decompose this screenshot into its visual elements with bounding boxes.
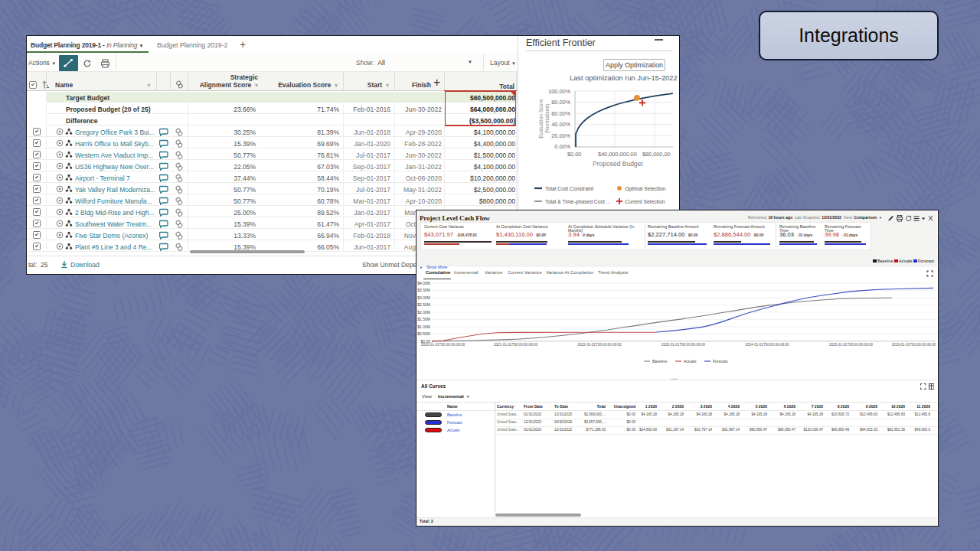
svg-text:Baseline: Baseline (652, 359, 667, 364)
svg-text:$0.00: $0.00 (567, 151, 581, 158)
svg-text:2026-01-01T00:00:00-08:00: 2026-01-01T00:00:00-08:00 (892, 343, 936, 347)
svg-text:2021-01-01T00:00:00-08:00: 2021-01-01T00:00:00-08:00 (494, 343, 538, 347)
svg-text:Total Cost Constraint: Total Cost Constraint (545, 186, 593, 191)
svg-text:$0.50M: $0.50M (417, 331, 430, 336)
svg-text:$3.50M: $3.50M (417, 288, 430, 292)
svg-text:$1.50M: $1.50M (417, 317, 430, 321)
svg-text:$4.00M: $4.00M (417, 281, 430, 285)
svg-text:80.00%: 80.00% (551, 99, 570, 106)
svg-text:60.00%: 60.00% (551, 110, 570, 117)
svg-text:Total & Time-phased Cost ...: Total & Time-phased Cost ... (545, 199, 610, 205)
svg-text:Proposed Budget: Proposed Budget (593, 160, 643, 168)
svg-text:Current Selection: Current Selection (625, 199, 665, 204)
svg-text:2024-01-01T00:00:00-08:00: 2024-01-01T00:00:00-08:00 (745, 343, 789, 347)
svg-text:2020-01-01T00:00:00-08:00: 2020-01-01T00:00:00-08:00 (421, 343, 466, 347)
svg-text:2022-01-01T00:00:00-08:00: 2022-01-01T00:00:00-08:00 (577, 343, 622, 347)
svg-text:2025-01-01T00:00:00-08:00: 2025-01-01T00:00:00-08:00 (829, 343, 874, 347)
svg-text:2023-01-01T00:00:00-08:00: 2023-01-01T00:00:00-08:00 (662, 343, 706, 347)
svg-text:0.00%: 0.00% (554, 143, 570, 150)
svg-text:$2.50M: $2.50M (417, 302, 430, 307)
svg-text:$1.00M: $1.00M (417, 324, 430, 329)
svg-text:20.00%: 20.00% (551, 132, 570, 139)
svg-text:$80,000,00: $80,000,00 (642, 151, 671, 158)
svg-text:Forecast: Forecast (713, 359, 728, 364)
svg-text:Optimal Selection: Optimal Selection (625, 186, 665, 192)
svg-text:$2.00M: $2.00M (417, 310, 430, 315)
svg-text:100.00%: 100.00% (548, 88, 570, 95)
svg-text:40.00%: 40.00% (551, 121, 570, 128)
svg-text:Actuals: Actuals (684, 359, 697, 364)
svg-text:$40,000,000.00: $40,000,000.00 (598, 151, 637, 158)
svg-text:$3.00M: $3.00M (417, 295, 430, 300)
